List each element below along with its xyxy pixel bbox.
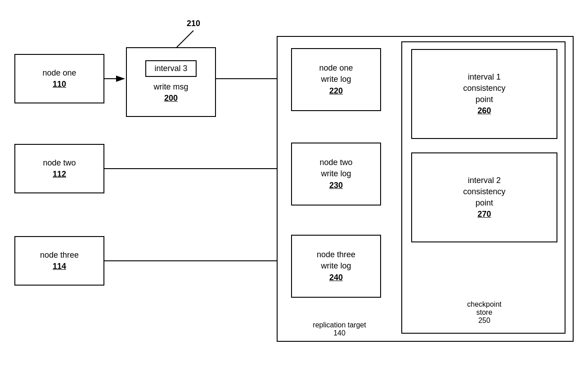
write-msg-box: interval 3 write msg 200 <box>126 47 216 117</box>
interval-2-cp-box: interval 2consistencypoint 270 <box>411 152 557 242</box>
interval-1-cp-label: interval 1consistencypoint <box>463 72 505 106</box>
node-three-write-log-box: node threewrite log 240 <box>291 235 381 298</box>
write-msg-label: write msg <box>153 81 188 93</box>
node-three-number: 114 <box>53 261 66 272</box>
node-two-number: 112 <box>53 169 66 180</box>
node-one-label: node one <box>42 67 76 79</box>
node-one-write-log-box: node onewrite log 220 <box>291 48 381 111</box>
node-three-box: node three 114 <box>14 236 104 286</box>
interval-3-inner-box: interval 3 <box>145 60 196 77</box>
checkpoint-store-label: checkpointstore <box>467 300 502 316</box>
node-two-write-log-number: 230 <box>329 180 343 191</box>
node-one-number: 110 <box>53 79 66 90</box>
interval-1-cp-number: 260 <box>477 105 491 116</box>
replication-target-label: replication target <box>313 321 366 329</box>
checkpoint-store-number: 250 <box>478 317 490 324</box>
node-three-write-log-label: node threewrite log <box>317 249 355 272</box>
interval-2-cp-label: interval 2consistencypoint <box>463 175 505 209</box>
node-three-label: node three <box>40 250 79 261</box>
replication-target-label-area: replication target 140 <box>278 321 401 337</box>
interval-3-label: interval 3 <box>154 64 187 73</box>
node-one-write-log-label: node onewrite log <box>319 63 353 85</box>
consistency-outer-box: interval 1consistencypoint 260 interval … <box>401 41 566 334</box>
diagram: 210 node one 110 node two 112 node three… <box>0 0 588 371</box>
interval-2-cp-number: 270 <box>477 209 491 220</box>
node-two-write-log-box: node twowrite log 230 <box>291 143 381 206</box>
node-one-box: node one 110 <box>14 54 104 103</box>
replication-target-number: 140 <box>333 329 346 337</box>
node-three-write-log-number: 240 <box>329 272 343 283</box>
checkpoint-store-area: checkpointstore 250 <box>411 300 557 325</box>
replication-target-outer: node onewrite log 220 node twowrite log … <box>277 36 574 342</box>
node-two-box: node two 112 <box>14 144 104 193</box>
svg-line-5 <box>175 31 193 49</box>
node-two-write-log-label: node twowrite log <box>319 157 352 179</box>
node-two-label: node two <box>43 157 76 169</box>
interval-1-cp-box: interval 1consistencypoint 260 <box>411 49 557 139</box>
callout-210: 210 <box>187 19 200 28</box>
node-one-write-log-number: 220 <box>329 85 343 97</box>
write-msg-number: 200 <box>164 93 178 104</box>
